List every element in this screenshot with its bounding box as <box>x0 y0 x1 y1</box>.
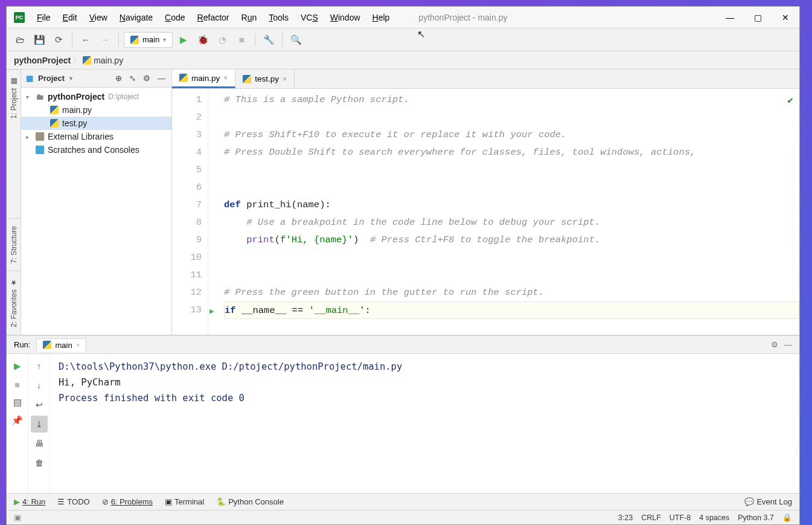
close-button[interactable]: ✕ <box>772 7 799 28</box>
run-tool-window: Run: main × ⚙ — ▶ ■ ▤ 📌 ↑ ↓ ↩ ⤓ 🖶 <box>7 336 799 493</box>
menu-navigate[interactable]: Navigate <box>115 10 158 25</box>
sync-icon[interactable]: ⟳ <box>50 31 67 48</box>
scroll-to-end-icon[interactable]: ⤓ <box>31 416 48 433</box>
editor-tabs: main.py × test.py × <box>172 69 799 89</box>
project-panel-header: ▦ Project ▾ ⊕ ⤡ ⚙ — <box>21 69 171 88</box>
run-button[interactable]: ▶ <box>175 31 192 48</box>
side-tab-project[interactable]: 1: Project▦ <box>7 69 21 126</box>
tab-label: test.py <box>255 74 279 83</box>
menu-refactor[interactable]: Refactor <box>193 10 234 25</box>
console-output[interactable]: D:\tools\Python37\python.exe D:/ptoject/… <box>50 354 799 493</box>
trash-icon[interactable]: 🗑 <box>31 454 48 471</box>
tool-terminal[interactable]: ▣ Terminal <box>165 497 204 506</box>
side-tab-favorites[interactable]: 2: Favorites★ <box>7 271 21 335</box>
maximize-button[interactable]: ▢ <box>744 7 772 28</box>
hide-icon[interactable]: — <box>156 74 167 83</box>
run-configuration-selector[interactable]: main ▾ <box>124 32 173 48</box>
coverage-icon[interactable]: ◔ <box>214 31 231 48</box>
run-gutter-icon[interactable]: ▶ <box>209 303 214 320</box>
status-line-sep[interactable]: CRLF <box>641 514 661 522</box>
close-icon[interactable]: × <box>76 341 80 349</box>
forward-icon[interactable]: → <box>97 31 113 48</box>
code-editor[interactable]: 12345678910111213 ▶ # This is a sample P… <box>172 89 799 335</box>
gutter-markers: ▶ <box>208 89 220 335</box>
status-interpreter[interactable]: Python 3.7 <box>738 514 774 522</box>
tool-python-console[interactable]: 🐍 Python Console <box>216 497 284 506</box>
status-widget-icon[interactable]: ▣ <box>14 513 21 522</box>
layout-icon[interactable]: ▤ <box>9 394 26 411</box>
run-header: Run: main × ⚙ — <box>7 336 799 354</box>
python-icon <box>243 75 251 83</box>
print-icon[interactable]: 🖶 <box>31 435 48 452</box>
menu-vcs[interactable]: VCS <box>296 10 323 25</box>
tree-external-libs[interactable]: ▸ External Libraries <box>21 130 171 143</box>
titlebar: PC File Edit View Navigate Code Refactor… <box>7 7 799 28</box>
breadcrumb-file[interactable]: main.py <box>94 56 123 65</box>
breadcrumb-project[interactable]: pythonProject <box>14 56 71 65</box>
save-icon[interactable]: 💾 <box>31 31 48 48</box>
down-icon[interactable]: ↓ <box>31 377 48 394</box>
search-icon[interactable]: 🔍 <box>287 31 304 48</box>
open-icon[interactable]: 🗁 <box>11 31 28 48</box>
back-icon[interactable]: ← <box>77 31 94 48</box>
status-indent[interactable]: 4 spaces <box>699 514 729 522</box>
inspection-ok-icon[interactable]: ✔ <box>787 92 793 110</box>
lock-icon[interactable]: 🔒 <box>782 513 792 522</box>
stop-icon[interactable]: ■ <box>233 31 250 48</box>
tool-run[interactable]: ▶4: Run <box>14 497 45 506</box>
run-tab[interactable]: main × <box>36 338 86 352</box>
status-encoding[interactable]: UTF-8 <box>670 514 691 522</box>
editor-area: main.py × test.py × 12345678910111213 ▶ … <box>172 69 799 335</box>
up-icon[interactable]: ↑ <box>31 358 48 375</box>
close-icon[interactable]: × <box>223 74 228 82</box>
side-tab-structure[interactable]: 7: Structure <box>7 218 21 271</box>
minimize-button[interactable]: — <box>716 7 744 28</box>
pin-icon[interactable]: 📌 <box>9 412 26 429</box>
separator <box>282 33 283 47</box>
close-icon[interactable]: × <box>283 75 287 83</box>
gear-icon[interactable]: ⚙ <box>142 74 152 83</box>
stop-icon[interactable]: ■ <box>9 376 26 393</box>
debug-button[interactable]: 🐞 <box>194 31 211 48</box>
gear-icon[interactable]: ⚙ <box>771 340 778 349</box>
tree-scratches-label: Scratches and Consoles <box>48 145 139 155</box>
settings-icon[interactable]: 🔧 <box>260 31 277 48</box>
rerun-icon[interactable]: ▶ <box>9 358 26 375</box>
left-tool-stripe: 1: Project▦ 7: Structure 2: Favorites★ <box>7 69 21 335</box>
project-panel-title[interactable]: Project <box>38 74 65 83</box>
run-toolbar-right: ↑ ↓ ↩ ⤓ 🖶 🗑 <box>28 354 50 493</box>
python-icon <box>43 341 51 349</box>
menu-code[interactable]: Code <box>160 10 190 25</box>
menubar: File Edit View Navigate Code Refactor Ru… <box>32 10 394 25</box>
tree-file[interactable]: test.py <box>21 117 171 130</box>
locate-icon[interactable]: ⊕ <box>114 74 123 83</box>
python-icon <box>83 56 91 65</box>
menu-run[interactable]: Run <box>237 10 262 25</box>
menu-edit[interactable]: Edit <box>58 10 82 25</box>
tab-main-py[interactable]: main.py × <box>172 69 235 88</box>
tab-label: main.py <box>191 74 220 83</box>
menu-help[interactable]: Help <box>368 10 395 25</box>
menu-tools[interactable]: Tools <box>264 10 293 25</box>
run-toolbar-left: ▶ ■ ▤ 📌 <box>7 354 28 493</box>
tree-file-name: main.py <box>62 105 92 115</box>
tool-problems[interactable]: ⊘ 6: Problems <box>102 497 153 506</box>
status-position[interactable]: 3:23 <box>618 514 633 522</box>
menu-window[interactable]: Window <box>325 10 365 25</box>
tree-file[interactable]: main.py <box>21 103 171 117</box>
project-view-icon: ▦ <box>26 74 33 83</box>
hide-icon[interactable]: — <box>784 340 792 349</box>
tab-test-py[interactable]: test.py × <box>235 69 295 88</box>
tree-root-name: pythonProject <box>48 92 104 101</box>
tool-todo[interactable]: ☰ TODO <box>57 497 89 506</box>
tree-root[interactable]: ▾ 🖿 pythonProject D:\ptoject <box>21 90 171 103</box>
tree-scratches[interactable]: Scratches and Consoles <box>21 143 171 156</box>
soft-wrap-icon[interactable]: ↩ <box>31 396 48 413</box>
menu-file[interactable]: File <box>32 10 56 25</box>
menu-view[interactable]: View <box>85 10 112 25</box>
expand-icon[interactable]: ⤡ <box>128 74 137 83</box>
chevron-down-icon[interactable]: ▾ <box>69 75 72 82</box>
code-content[interactable]: # This is a sample Python script.# Press… <box>220 89 799 335</box>
tool-event-log[interactable]: 💬 Event Log <box>744 497 792 506</box>
ide-window: PC File Edit View Navigate Code Refactor… <box>6 6 800 525</box>
